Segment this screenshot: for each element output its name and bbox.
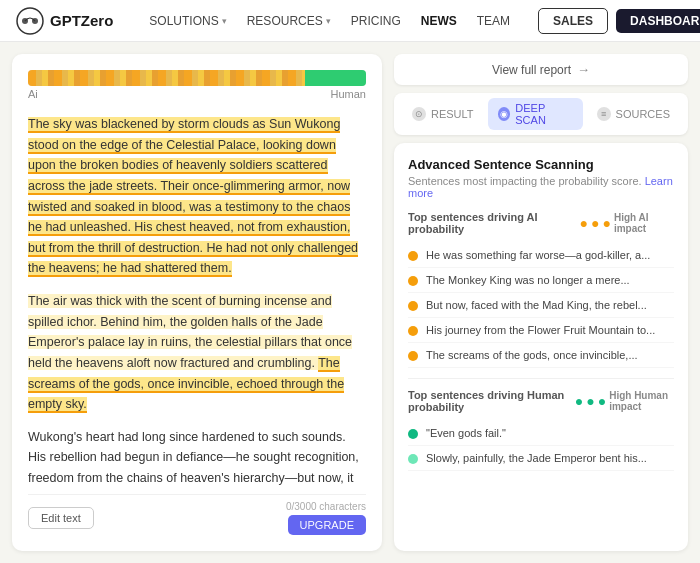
edit-text-button[interactable]: Edit text xyxy=(28,507,94,529)
bottom-bar: Edit text 0/3000 characters UPGRADE xyxy=(28,494,366,535)
tab-result[interactable]: ⊙ RESULT xyxy=(402,103,484,125)
ai-sentence-2: The Monkey King was no longer a mere... xyxy=(408,268,674,293)
logo-icon xyxy=(16,7,44,35)
human-sentence-1: "Even gods fail." xyxy=(408,421,674,446)
paragraph-1: The sky was blackened by storm clouds as… xyxy=(28,114,366,279)
ai-section-header: Top sentences driving AI probability ● ●… xyxy=(408,211,674,235)
tabs-row: ⊙ RESULT ◉ DEEP SCAN ≡ SOURCES xyxy=(394,93,688,135)
chevron-down-icon: ▾ xyxy=(326,16,331,26)
ai-human-progress-bar xyxy=(28,70,366,86)
ai-sentence-dot xyxy=(408,251,418,261)
deep-scan-tab-icon: ◉ xyxy=(498,107,511,121)
paragraph-3: Wukong's heart had long since hardened t… xyxy=(28,427,366,486)
ai-sentence-dot xyxy=(408,351,418,361)
progress-labels: Ai Human xyxy=(28,88,366,100)
scan-panel: Advanced Sentence Scanning Sentences mos… xyxy=(394,143,688,551)
logo[interactable]: GPTZero xyxy=(16,7,113,35)
ai-sentence-dot xyxy=(408,326,418,336)
scan-subtitle: Sentences most impacting the probability… xyxy=(408,175,674,199)
ai-progress xyxy=(28,70,305,86)
ai-impact-label: High AI impact xyxy=(614,212,674,234)
tab-deep-scan[interactable]: ◉ DEEP SCAN xyxy=(488,98,583,130)
nav-solutions[interactable]: SOLUTIONS ▾ xyxy=(141,10,234,32)
svg-point-0 xyxy=(17,8,43,34)
tab-deep-scan-label: DEEP SCAN xyxy=(515,102,572,126)
view-full-report-label: View full report xyxy=(492,63,571,77)
human-impact-label: High Human impact xyxy=(609,390,674,412)
logo-text: GPTZero xyxy=(50,12,113,29)
ai-dot-3: ● xyxy=(602,215,610,231)
human-section-label: Top sentences driving Human probability xyxy=(408,389,575,413)
highlighted-text-light: The air was thick with the scent of burn… xyxy=(28,294,352,411)
ai-sentence-3: But now, faced with the Mad King, the re… xyxy=(408,293,674,318)
ai-dot-1: ● xyxy=(580,215,588,231)
human-impact-badge: ● ● ● High Human impact xyxy=(575,390,674,412)
human-dot-2: ● xyxy=(586,393,594,409)
view-full-report-button[interactable]: View full report → xyxy=(394,54,688,85)
tab-result-label: RESULT xyxy=(431,108,474,120)
scan-title: Advanced Sentence Scanning xyxy=(408,157,674,172)
ai-sentence-dot xyxy=(408,301,418,311)
navbar: GPTZero SOLUTIONS ▾ RESOURCES ▾ PRICING … xyxy=(0,0,700,42)
ai-sentence-dot xyxy=(408,276,418,286)
right-panel: View full report → ⊙ RESULT ◉ DEEP SCAN … xyxy=(394,54,688,551)
ai-impact-badge: ● ● ● High AI impact xyxy=(580,212,674,234)
ai-sentence-4: His journey from the Flower Fruit Mounta… xyxy=(408,318,674,343)
ai-section-label: Top sentences driving AI probability xyxy=(408,211,580,235)
nav-news[interactable]: NEWS xyxy=(413,10,465,32)
result-tab-icon: ⊙ xyxy=(412,107,426,121)
ai-sentence-5: The screams of the gods, once invincible… xyxy=(408,343,674,368)
tab-sources[interactable]: ≡ SOURCES xyxy=(587,103,680,125)
human-dot-1: ● xyxy=(575,393,583,409)
nav-pricing[interactable]: PRICING xyxy=(343,10,409,32)
chevron-down-icon: ▾ xyxy=(222,16,227,26)
sales-button[interactable]: SALES xyxy=(538,8,608,34)
ai-sentence-1: He was something far worse—a god-killer,… xyxy=(408,243,674,268)
paragraph-2: The air was thick with the scent of burn… xyxy=(28,291,366,415)
progress-bar-container: Ai Human xyxy=(28,70,366,100)
char-count: 0/3000 characters xyxy=(286,501,366,512)
human-sentence-dot xyxy=(408,429,418,439)
highlighted-text: The sky was blackened by storm clouds as… xyxy=(28,117,358,277)
text-body: The sky was blackened by storm clouds as… xyxy=(28,114,366,486)
nav-resources[interactable]: RESOURCES ▾ xyxy=(239,10,339,32)
human-sentence-2: Slowly, painfully, the Jade Emperor bent… xyxy=(408,446,674,471)
human-progress xyxy=(305,70,366,86)
main-content: Ai Human The sky was blackened by storm … xyxy=(0,42,700,563)
tab-sources-label: SOURCES xyxy=(616,108,670,120)
ai-dot-2: ● xyxy=(591,215,599,231)
nav-links: SOLUTIONS ▾ RESOURCES ▾ PRICING NEWS TEA… xyxy=(141,10,518,32)
dashboard-button[interactable]: DASHBOARD xyxy=(616,9,700,33)
ai-label: Ai xyxy=(28,88,38,100)
human-sentence-dot-light xyxy=(408,454,418,464)
bottom-right: 0/3000 characters UPGRADE xyxy=(286,501,366,535)
nav-team[interactable]: TEAM xyxy=(469,10,518,32)
nav-buttons: SALES DASHBOARD xyxy=(538,8,700,34)
upgrade-button[interactable]: UPGRADE xyxy=(288,515,366,535)
human-section-header: Top sentences driving Human probability … xyxy=(408,389,674,413)
human-dot-3: ● xyxy=(598,393,606,409)
sources-tab-icon: ≡ xyxy=(597,107,611,121)
human-label: Human xyxy=(331,88,366,100)
left-panel: Ai Human The sky was blackened by storm … xyxy=(12,54,382,551)
arrow-icon: → xyxy=(577,62,590,77)
section-divider xyxy=(408,378,674,379)
